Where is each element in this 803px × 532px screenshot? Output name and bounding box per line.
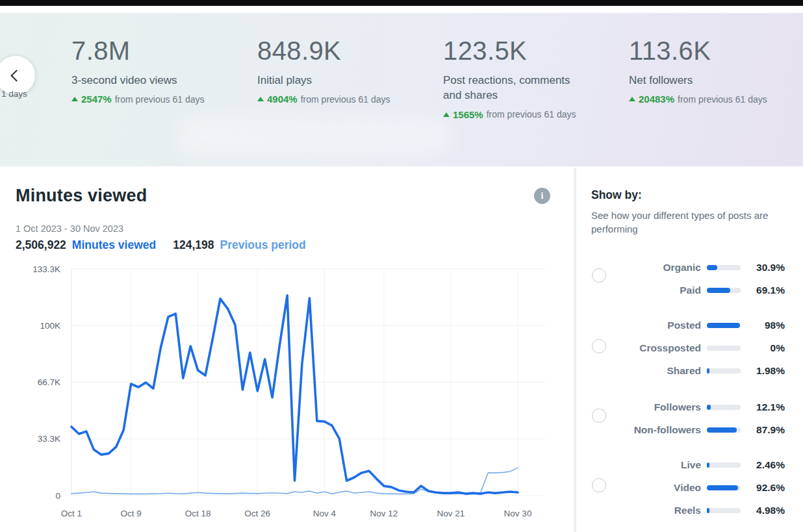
y-axis-label: 133.3K	[32, 264, 60, 274]
y-axis-label: 100K	[40, 321, 60, 331]
x-axis-label: Oct 9	[120, 509, 141, 518]
minutes-viewed-chart[interactable]: 133.3K100K66.7K33.3K0Oct 1Oct 9Oct 18Oct…	[0, 261, 559, 521]
chart-date-range: 1 Oct 2023 - 30 Nov 2023	[16, 223, 123, 234]
kpi-label: Initial plays	[257, 73, 392, 88]
metric-bar	[707, 288, 741, 293]
kpi-value: 848.9K	[257, 36, 443, 66]
legend-current-label: Minutes viewed	[72, 238, 156, 252]
metric-row: Followers12.1%	[609, 396, 785, 418]
legend-previous-value: 124,198	[173, 238, 214, 252]
metric-group: Live2.46%Video92.6%Reels4.98%	[609, 453, 785, 522]
kpi-delta-text: from previous 61 days	[678, 94, 767, 105]
x-axis-label: Oct 26	[244, 509, 270, 518]
kpi-card: 123.5KPost reactions, comments and share…	[443, 36, 629, 120]
metric-bar	[707, 508, 741, 513]
radio-button[interactable]	[592, 268, 606, 283]
metric-bar	[707, 323, 741, 328]
panel-divider	[574, 168, 576, 532]
metric-row: Organic30.9%	[609, 256, 785, 279]
metric-bar	[707, 368, 741, 374]
increase-arrow-icon	[629, 97, 635, 101]
metric-bar-fill	[707, 462, 709, 468]
metric-label: Shared	[609, 365, 701, 377]
metric-percent: 98%	[741, 320, 785, 331]
chart-legend: 2,506,922 Minutes viewed 124,198 Previou…	[16, 238, 306, 252]
increase-arrow-icon	[443, 112, 450, 117]
metric-row: Reels4.98%	[609, 499, 785, 522]
metric-bar	[707, 462, 741, 468]
metric-bar-fill	[707, 405, 711, 410]
metric-label: Followers	[609, 401, 701, 413]
legend-previous-label: Previous period	[220, 238, 305, 252]
info-icon[interactable]: i	[534, 188, 550, 204]
metric-bar	[707, 346, 741, 351]
metric-row: Shared1.98%	[609, 359, 785, 382]
radio-button[interactable]	[592, 339, 606, 353]
metric-label: Organic	[609, 262, 701, 273]
x-axis-label: Nov 4	[313, 509, 337, 518]
legend-current-value: 2,506,922	[16, 238, 66, 252]
increase-arrow-icon	[257, 97, 264, 101]
show-by-description: See how your different types of posts ar…	[591, 209, 774, 236]
kpi-value: 123.5K	[443, 36, 629, 66]
metric-bar	[707, 427, 741, 433]
x-axis-label: Nov 30	[504, 509, 532, 518]
kpi-delta-text: from previous 61 days	[301, 94, 390, 105]
metric-bar-fill	[707, 265, 717, 270]
metric-label: Reels	[609, 505, 701, 516]
metric-label: Live	[609, 459, 701, 471]
radio-button[interactable]	[592, 409, 606, 423]
metric-bar-fill	[707, 427, 737, 433]
show-by-heading: Show by:	[591, 188, 642, 202]
kpi-delta-percent: 2547%	[81, 94, 112, 105]
metric-bar	[707, 485, 741, 490]
kpi-card: 113.6KNet followers20483%from previous 6…	[629, 36, 803, 120]
x-axis-label: Oct 1	[61, 509, 82, 518]
kpi-delta-percent: 4904%	[267, 94, 298, 105]
metric-bar-fill	[707, 368, 709, 374]
metric-percent: 87.9%	[741, 424, 785, 436]
kpi-label: Post reactions, comments and shares	[443, 73, 578, 103]
kpi-delta: 20483%from previous 61 days	[629, 94, 803, 105]
kpi-value: 113.6K	[629, 36, 803, 66]
metric-group: Followers12.1%Non-followers87.9%	[609, 396, 785, 441]
metric-bar	[707, 405, 741, 410]
kpi-delta: 4904%from previous 61 days	[257, 94, 443, 105]
metric-row: Non-followers87.9%	[609, 418, 785, 441]
y-axis-label: 33.3K	[38, 434, 60, 444]
kpi-delta-percent: 1565%	[453, 109, 483, 120]
x-axis-label: Nov 12	[370, 509, 398, 518]
cutoff-card-text: 1 days	[1, 89, 27, 99]
metric-bar-fill	[707, 323, 740, 328]
main-panel: Minutes viewed i 1 Oct 2023 - 30 Nov 202…	[0, 166, 803, 532]
chart-title: Minutes viewed	[16, 186, 147, 206]
kpi-card: 848.9KInitial plays4904%from previous 61…	[257, 36, 443, 120]
metric-row: Posted98%	[609, 314, 785, 336]
kpi-card: 7.8M3-second video views2547%from previo…	[71, 36, 257, 120]
kpi-delta-text: from previous 61 days	[487, 109, 576, 120]
metric-bar	[707, 265, 741, 270]
y-axis-label: 66.7K	[38, 377, 60, 387]
metric-percent: 69.1%	[741, 285, 785, 296]
metric-label: Paid	[609, 285, 701, 296]
metric-percent: 4.98%	[741, 505, 785, 516]
metric-label: Crossposted	[609, 342, 701, 354]
radio-button[interactable]	[592, 478, 606, 492]
increase-arrow-icon	[71, 97, 78, 101]
metric-row: Video92.6%	[609, 476, 785, 499]
top-black-bar	[0, 0, 803, 6]
metric-group: Posted98%Crossposted0%Shared1.98%	[609, 314, 785, 382]
kpi-label: 3-second video views	[71, 73, 207, 88]
kpi-row: 7.8M3-second video views2547%from previo…	[71, 36, 803, 120]
kpi-label: Net followers	[629, 73, 764, 88]
metric-percent: 2.46%	[741, 459, 785, 471]
metric-bar-fill	[707, 485, 738, 490]
metric-label: Posted	[609, 320, 701, 331]
metric-bar-fill	[707, 508, 709, 513]
kpi-value: 7.8M	[71, 36, 257, 66]
metric-percent: 12.1%	[741, 401, 785, 413]
chevron-left-icon	[10, 70, 22, 81]
kpi-delta-text: from previous 61 days	[115, 94, 205, 105]
metric-row: Live2.46%	[609, 453, 785, 476]
metric-percent: 30.9%	[741, 262, 785, 273]
